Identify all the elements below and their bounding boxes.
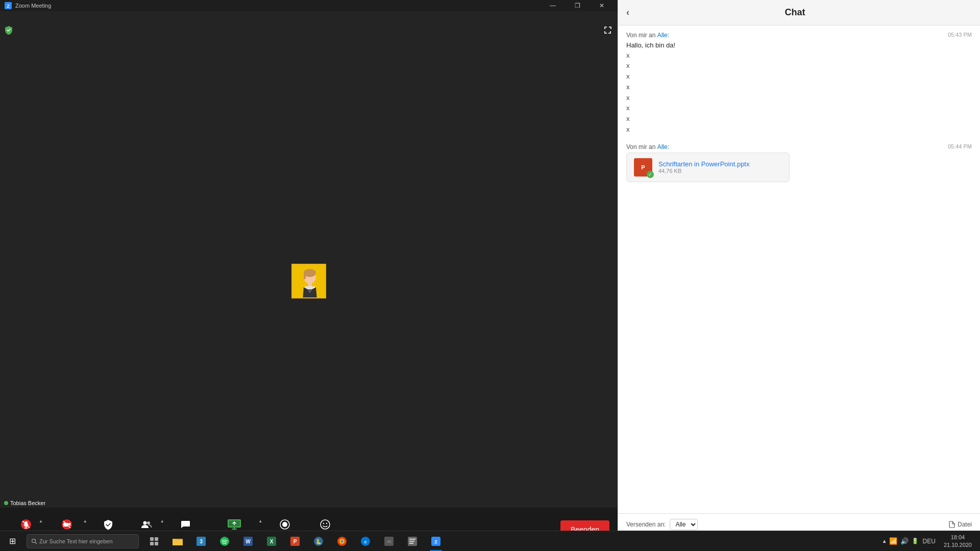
message-time-1: 05:43 PM xyxy=(948,32,972,39)
zoom-button[interactable]: Z xyxy=(425,531,447,552)
svg-point-20 xyxy=(321,520,330,529)
message-time-2: 05:44 PM xyxy=(948,143,972,151)
check-overlay-icon: ✓ xyxy=(647,171,654,178)
message-group-1: Von mir an Alle: 05:43 PM Hallo, ich bin… xyxy=(626,32,972,135)
chat-panel: ‹ Chat Von mir an Alle: 05:43 PM Hallo, … xyxy=(618,0,980,551)
system-clock[interactable]: 18:04 21.10.2020 xyxy=(940,534,976,548)
clock-time: 18:04 xyxy=(944,534,972,541)
window-title: Zoom Meeting xyxy=(15,3,51,9)
taskbar-search[interactable]: Zur Suche Text hier eingeben xyxy=(27,534,139,548)
participants-chevron-icon[interactable]: ▲ xyxy=(160,519,164,523)
message-meta-2: Von mir an Alle: 05:44 PM xyxy=(626,143,972,151)
recipient-2: Alle: xyxy=(657,143,669,151)
notes-button[interactable] xyxy=(401,531,424,552)
systray-icons: 📶 🔊 🔋 xyxy=(889,537,919,545)
app-python[interactable]: 🐍 xyxy=(307,531,330,552)
message-extra-lines: xxxxxxxx xyxy=(626,51,972,135)
fullscreen-button[interactable] xyxy=(603,26,612,37)
svg-point-21 xyxy=(323,522,324,523)
svg-rect-5 xyxy=(304,273,306,279)
svg-text:Z: Z xyxy=(7,4,10,9)
powerpoint-button[interactable]: P xyxy=(284,531,306,552)
titlebar: Z Zoom Meeting — ❐ ✕ xyxy=(0,0,618,11)
svg-point-18 xyxy=(282,522,287,527)
self-name-label: Tobias Becker xyxy=(4,500,45,506)
meeting-area: Tobias Becker Audio ein ▲ xyxy=(0,11,618,551)
svg-point-23 xyxy=(32,539,36,542)
app-icon: Z xyxy=(4,2,12,10)
taskbar-right: ▲ 📶 🔊 🔋 DEU 18:04 21.10.2020 xyxy=(882,534,980,548)
file-icon-container: P ✓ xyxy=(634,158,652,177)
keyboard-lang: DEU xyxy=(923,538,936,545)
app-398[interactable]: 3 xyxy=(190,531,212,552)
svg-rect-30 xyxy=(173,540,183,545)
file-button[interactable]: Datei xyxy=(948,521,972,528)
chat-messages: Von mir an Alle: 05:43 PM Hallo, ich bin… xyxy=(618,26,980,513)
message-sender-1: Von mir an Alle: xyxy=(626,32,669,39)
file-explorer-button[interactable] xyxy=(166,531,189,552)
svg-text:W: W xyxy=(246,539,251,544)
excel-button[interactable]: X xyxy=(260,531,283,552)
windows-taskbar: ⊞ Zur Suche Text hier eingeben xyxy=(0,531,980,551)
file-info: Schriftarten in PowerPoint.pptx 44,76 KB xyxy=(658,160,749,174)
svg-rect-6 xyxy=(308,283,312,286)
message-meta-1: Von mir an Alle: 05:43 PM xyxy=(626,32,972,39)
close-button[interactable]: ✕ xyxy=(590,0,614,11)
audio-chevron-icon[interactable]: ▲ xyxy=(39,519,43,523)
chat-header: ‹ Chat xyxy=(618,0,980,26)
volume-icon: 🔊 xyxy=(900,537,909,545)
minimize-button[interactable]: — xyxy=(541,0,565,11)
message-sender-2: Von mir an Alle: xyxy=(626,143,669,151)
restore-button[interactable]: ❐ xyxy=(566,0,589,11)
svg-rect-27 xyxy=(150,542,154,545)
participant-video xyxy=(291,264,326,298)
recipient-1: Alle: xyxy=(657,32,669,39)
svg-text:P: P xyxy=(293,539,297,544)
message-group-2: Von mir an Alle: 05:44 PM P ✓ Schriftart… xyxy=(626,143,972,182)
chat-title: Chat xyxy=(633,7,957,18)
taskbar-search-text: Zur Suche Text hier eingeben xyxy=(39,538,113,544)
file-button-label: Datei xyxy=(958,521,972,528)
svg-rect-52 xyxy=(409,543,413,544)
svg-rect-50 xyxy=(409,539,415,540)
send-to-select[interactable]: Alle xyxy=(670,519,698,530)
svg-point-14 xyxy=(143,521,147,524)
chevron-icon[interactable]: ▲ xyxy=(882,538,887,544)
battery-icon: 🔋 xyxy=(912,538,919,544)
file-attachment[interactable]: P ✓ Schriftarten in PowerPoint.pptx 44,7… xyxy=(626,153,790,182)
chat-collapse-button[interactable]: ‹ xyxy=(626,7,629,18)
send-to-label: Versenden an: xyxy=(626,521,666,528)
taskbar-apps: 3 W X P xyxy=(143,531,447,552)
svg-text:🎮: 🎮 xyxy=(386,539,393,545)
svg-text:🐍: 🐍 xyxy=(315,538,322,545)
svg-point-44 xyxy=(341,540,344,542)
svg-text:Z: Z xyxy=(434,539,437,544)
spotify-button[interactable] xyxy=(213,531,236,552)
send-to-row: Versenden an: Alle Datei xyxy=(626,519,972,530)
sender-prefix-1: Von mir an xyxy=(626,32,657,39)
video-chevron-icon[interactable]: ▲ xyxy=(83,519,87,523)
sender-prefix-2: Von mir an xyxy=(626,143,657,151)
svg-text:X: X xyxy=(270,539,274,544)
svg-rect-51 xyxy=(409,541,414,542)
svg-text:3: 3 xyxy=(200,539,203,544)
svg-line-24 xyxy=(35,542,37,544)
file-name[interactable]: Schriftarten in PowerPoint.pptx xyxy=(658,160,749,168)
svg-point-15 xyxy=(147,521,150,524)
edge-button[interactable]: e xyxy=(354,531,377,552)
message-text-1: Hallo, ich bin da! xyxy=(626,40,972,51)
word-button[interactable]: W xyxy=(237,531,259,552)
app-creative[interactable]: 🎮 xyxy=(378,531,400,552)
svg-rect-26 xyxy=(155,537,158,541)
browser-button[interactable] xyxy=(331,531,353,552)
svg-point-22 xyxy=(326,522,327,523)
window-controls: — ❐ ✕ xyxy=(541,0,614,11)
svg-rect-25 xyxy=(150,537,154,541)
svg-rect-28 xyxy=(155,542,158,545)
share-chevron-icon[interactable]: ▲ xyxy=(258,519,262,523)
taskview-button[interactable] xyxy=(143,531,165,552)
security-shield-icon xyxy=(4,26,13,36)
start-button[interactable]: ⊞ xyxy=(0,531,24,552)
clock-date: 21.10.2020 xyxy=(944,541,972,548)
network-icon: 📶 xyxy=(889,537,897,545)
